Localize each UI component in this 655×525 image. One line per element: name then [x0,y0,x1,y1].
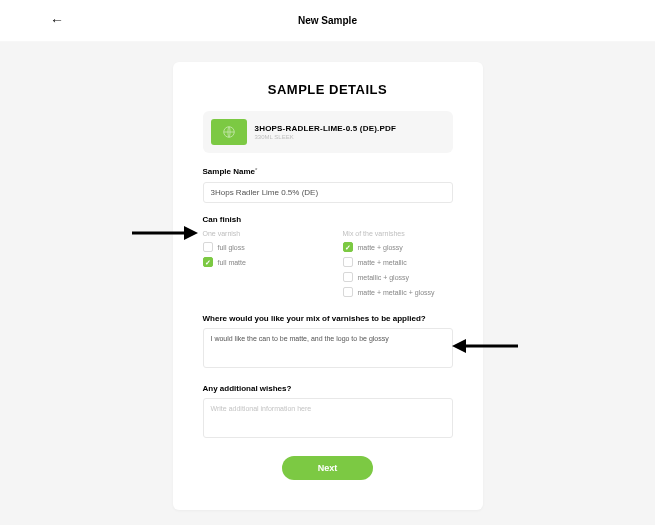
file-info: 3HOPS-RADLER-LIME-0.5 (DE).PDF 330ML SLE… [255,124,397,140]
sample-details-card: SAMPLE DETAILS 3HOPS-RADLER-LIME-0.5 (DE… [173,62,483,510]
file-name: 3HOPS-RADLER-LIME-0.5 (DE).PDF [255,124,397,133]
checkbox-label: full gloss [218,244,245,251]
one-varnish-column: One varnish full gloss full matte [203,230,313,302]
wishes-textarea[interactable] [203,398,453,438]
back-arrow-icon[interactable]: ← [50,12,64,28]
checkbox-label: full matte [218,259,246,266]
checkbox-icon [343,287,353,297]
can-finish-section: Can finish One varnish full gloss full m… [203,215,453,302]
wishes-label: Any additional wishes? [203,384,453,393]
checkbox-icon [343,242,353,252]
varnish-mix-label: Where would you like your mix of varnish… [203,314,453,323]
checkbox-matte-metallic[interactable]: matte + metallic [343,257,453,267]
checkbox-icon [203,242,213,252]
checkbox-metallic-glossy[interactable]: metallic + glossy [343,272,453,282]
checkbox-matte-metallic-glossy[interactable]: matte + metallic + glossy [343,287,453,297]
file-attachment[interactable]: 3HOPS-RADLER-LIME-0.5 (DE).PDF 330ML SLE… [203,111,453,153]
checkbox-icon [343,272,353,282]
varnish-mix-textarea[interactable] [203,328,453,368]
checkbox-label: metallic + glossy [358,274,410,281]
sample-name-label: Sample Name* [203,167,453,176]
file-meta: 330ML SLEEK [255,134,397,140]
mix-varnish-heading: Mix of the varnishes [343,230,453,237]
checkbox-full-matte[interactable]: full matte [203,257,313,267]
can-finish-label: Can finish [203,215,453,224]
checkbox-label: matte + metallic + glossy [358,289,435,296]
checkbox-matte-glossy[interactable]: matte + glossy [343,242,453,252]
card-title: SAMPLE DETAILS [203,82,453,97]
checkbox-full-gloss[interactable]: full gloss [203,242,313,252]
checkbox-label: matte + metallic [358,259,407,266]
mix-varnish-column: Mix of the varnishes matte + glossy matt… [343,230,453,302]
page-title: New Sample [24,15,631,26]
header: ← New Sample [0,0,655,42]
sample-name-section: Sample Name* [203,167,453,203]
file-thumbnail [211,119,247,145]
globe-icon [222,125,236,139]
varnish-mix-section: Where would you like your mix of varnish… [203,314,453,372]
next-button[interactable]: Next [282,456,374,480]
wishes-section: Any additional wishes? [203,384,453,442]
checkbox-icon [203,257,213,267]
checkbox-label: matte + glossy [358,244,403,251]
main-container: SAMPLE DETAILS 3HOPS-RADLER-LIME-0.5 (DE… [0,42,655,510]
one-varnish-heading: One varnish [203,230,313,237]
checkbox-icon [343,257,353,267]
sample-name-input[interactable] [203,182,453,203]
